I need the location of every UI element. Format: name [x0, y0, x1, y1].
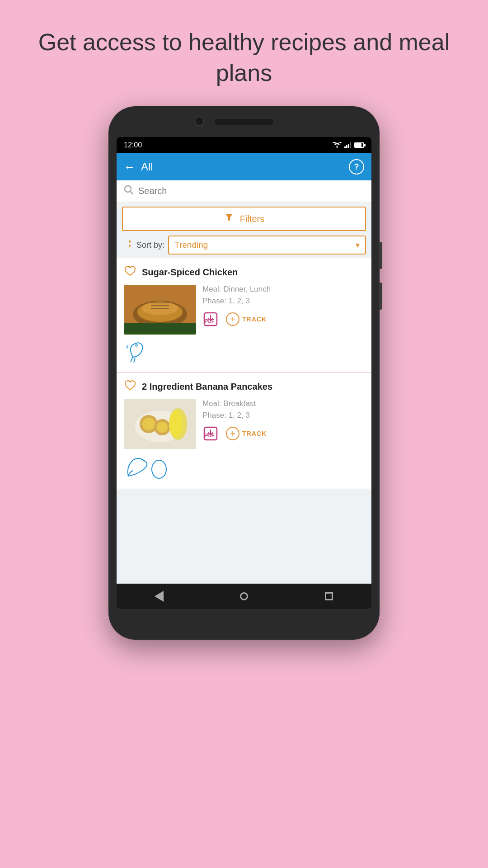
recipe-1-title: Sugar-Spiced Chicken — [142, 267, 238, 278]
recipe-1-header: Sugar-Spiced Chicken — [124, 264, 364, 280]
recipe-1-body: Meal: Dinner, Lunch Phase: 1, 2, 3 PDF — [124, 285, 364, 335]
filters-row: Filters — [117, 202, 371, 234]
search-input[interactable] — [138, 186, 364, 196]
recipe-1-category-icon — [124, 339, 364, 366]
svg-point-26 — [169, 410, 183, 438]
recipe-2-phase: Phase: 1, 2, 3 — [202, 411, 364, 420]
filters-button[interactable]: Filters — [122, 207, 366, 231]
recent-square-icon — [325, 592, 333, 600]
back-button[interactable]: ← — [124, 160, 136, 174]
chevron-down-icon: ▾ — [356, 240, 360, 250]
svg-rect-2 — [348, 144, 349, 148]
track-label-1: TRACK — [242, 316, 267, 323]
sort-by-label: Sort by: — [136, 241, 164, 250]
pdf-button-2[interactable]: PDF — [202, 425, 219, 442]
recipe-list: Sugar-Spiced Chicken — [117, 258, 371, 584]
nav-recent-button[interactable] — [320, 587, 338, 605]
status-icons — [333, 142, 364, 148]
phone-side-button-2 — [379, 283, 382, 310]
phone-device: 12:00 ← All — [108, 106, 380, 640]
search-icon — [124, 185, 134, 197]
recipe-2-info: Meal: Breakfast Phase: 1, 2, 3 PDF — [202, 399, 364, 449]
phone-side-button-1 — [379, 242, 382, 269]
help-button[interactable]: ? — [349, 159, 364, 175]
track-circle-icon-2: + — [226, 427, 239, 440]
svg-rect-1 — [346, 145, 347, 148]
sort-icon — [122, 238, 133, 252]
nav-back-button[interactable] — [150, 587, 168, 605]
bottom-nav — [117, 584, 371, 609]
status-bar: 12:00 — [117, 137, 371, 153]
filter-icon — [224, 212, 235, 226]
headline: Get access to healthy recipes and meal p… — [0, 0, 488, 106]
recipe-2-body: Meal: Breakfast Phase: 1, 2, 3 PDF — [124, 399, 364, 449]
phone-screen: 12:00 ← All — [117, 137, 371, 609]
track-button-1[interactable]: + TRACK — [226, 312, 267, 326]
favorite-icon-1[interactable] — [124, 264, 136, 280]
status-time: 12:00 — [124, 141, 142, 149]
wifi-icon — [333, 142, 342, 148]
search-bar — [117, 180, 371, 202]
app-bar-title: All — [141, 160, 349, 173]
phone-speaker — [215, 119, 273, 125]
svg-line-5 — [130, 191, 133, 194]
recipe-1-actions: PDF + TRACK — [202, 311, 364, 327]
recipe-2-header: 2 Ingredient Banana Pancakes — [124, 379, 364, 395]
recipe-2-actions: PDF + TRACK — [202, 425, 364, 442]
content-area: Filters Sort by: Trending ▾ — [117, 202, 371, 584]
back-triangle-icon — [155, 591, 164, 602]
svg-rect-3 — [350, 142, 351, 148]
recipe-1-phase: Phase: 1, 2, 3 — [202, 297, 364, 306]
recipe-2-title: 2 Ingredient Banana Pancakes — [142, 382, 272, 392]
recipe-1-meal: Meal: Dinner, Lunch — [202, 285, 364, 294]
recipe-2-image — [124, 399, 196, 449]
svg-point-18 — [136, 344, 137, 346]
recipe-1-image — [124, 285, 196, 335]
signal-icon — [344, 142, 352, 148]
recipe-2-meal: Meal: Breakfast — [202, 399, 364, 408]
svg-point-22 — [142, 418, 155, 430]
nav-home-button[interactable] — [235, 587, 253, 605]
svg-point-24 — [157, 422, 168, 433]
sort-value: Trending — [174, 240, 208, 250]
filters-label: Filters — [240, 214, 264, 224]
track-label-2: TRACK — [242, 430, 267, 437]
track-circle-icon-1: + — [226, 312, 239, 326]
recipe-1-info: Meal: Dinner, Lunch Phase: 1, 2, 3 PDF — [202, 285, 364, 335]
recipe-card-2: 2 Ingredient Banana Pancakes — [117, 373, 371, 489]
svg-rect-0 — [344, 146, 346, 148]
svg-rect-11 — [124, 323, 196, 335]
sort-dropdown[interactable]: Trending ▾ — [168, 236, 366, 255]
pdf-button-1[interactable]: PDF — [202, 311, 219, 327]
home-circle-icon — [240, 592, 248, 600]
app-bar: ← All ? — [117, 153, 371, 180]
recipe-card-1: Sugar-Spiced Chicken — [117, 258, 371, 373]
svg-point-29 — [152, 460, 166, 478]
favorite-icon-2[interactable] — [124, 379, 136, 395]
battery-icon — [354, 142, 364, 148]
sort-row: Sort by: Trending ▾ — [117, 234, 371, 258]
recipe-2-category-icon — [124, 453, 364, 482]
track-button-2[interactable]: + TRACK — [226, 427, 267, 440]
